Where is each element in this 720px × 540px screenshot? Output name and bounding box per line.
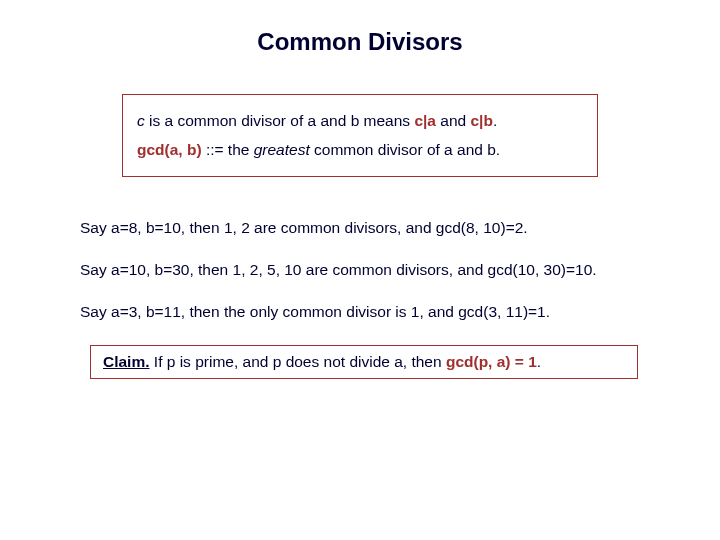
def-greatest: greatest bbox=[254, 141, 310, 158]
example-1: Say a=8, b=10, then 1, 2 are common divi… bbox=[80, 219, 720, 237]
example-3: Say a=3, b=11, then the only common divi… bbox=[80, 303, 720, 321]
definition-box: c is a common divisor of a and b means c… bbox=[122, 94, 598, 177]
claim-box: Claim. If p is prime, and p does not div… bbox=[90, 345, 638, 379]
claim-pre: If p is prime, and p does not divide a, … bbox=[150, 353, 446, 370]
definition-line-1: c is a common divisor of a and b means c… bbox=[137, 106, 583, 135]
def-c: c bbox=[137, 112, 145, 129]
def-ca: c|a bbox=[414, 112, 436, 129]
def-post: common divisor of a and b. bbox=[310, 141, 500, 158]
def-end1: . bbox=[493, 112, 497, 129]
claim-label: Claim. bbox=[103, 353, 150, 370]
def-cb: c|b bbox=[470, 112, 492, 129]
def-gcd: gcd(a, b) bbox=[137, 141, 206, 158]
def-sym: ::= the bbox=[206, 141, 254, 158]
page-title: Common Divisors bbox=[0, 0, 720, 56]
claim-accent: gcd(p, a) = 1 bbox=[446, 353, 537, 370]
def-and: and bbox=[436, 112, 470, 129]
example-2: Say a=10, b=30, then 1, 2, 5, 10 are com… bbox=[80, 261, 720, 279]
definition-line-2: gcd(a, b) ::= the greatest common diviso… bbox=[137, 135, 583, 164]
examples-block: Say a=8, b=10, then 1, 2 are common divi… bbox=[80, 219, 720, 321]
def-text-1: is a common divisor of a and b means bbox=[145, 112, 415, 129]
claim-post: . bbox=[537, 353, 541, 370]
